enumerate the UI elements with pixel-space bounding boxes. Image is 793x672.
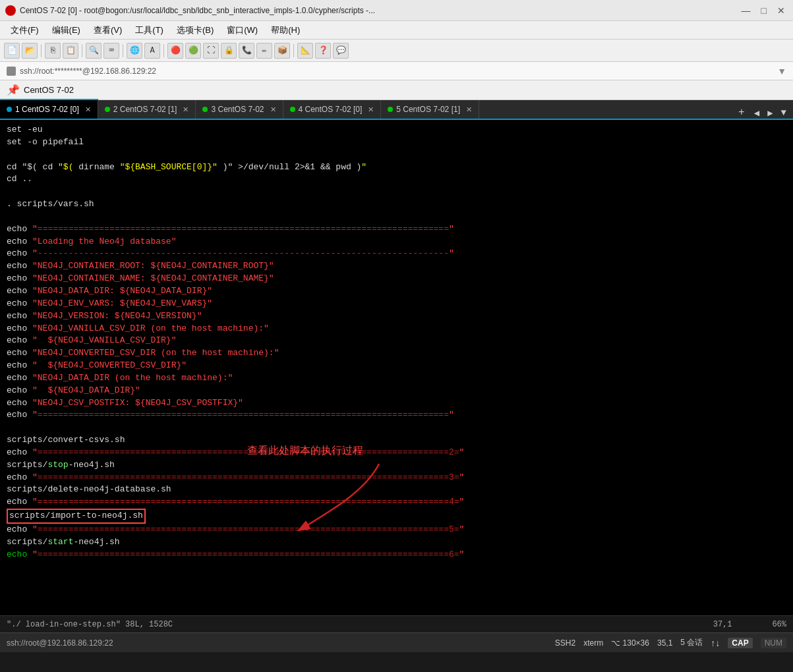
code-token: scripts/: [7, 536, 47, 549]
code-token: "NEO4J_ENV_VARS: ${NEO4J_ENV_VARS}": [32, 298, 212, 310]
menu-item-f[interactable]: 文件(F): [5, 23, 44, 38]
ssh-address-bar: ssh://root:*********@192.168.86.129:22 ▼: [0, 62, 793, 80]
terminal-dimensions: ⌥ 130×36: [611, 638, 649, 648]
code-token: ----------------------------------------…: [38, 248, 449, 260]
code-token: ": [459, 524, 465, 536]
tab-close-3[interactable]: ✕: [270, 105, 276, 114]
toolbar-s6[interactable]: ✏️: [256, 43, 272, 59]
toolbar-copy[interactable]: ⎘: [45, 43, 61, 59]
tab-nav-right[interactable]: ▶: [765, 107, 775, 119]
code-token: ========================================…: [38, 223, 449, 236]
menu-item-t[interactable]: 工具(T): [130, 23, 169, 38]
tab-label-4: 4 CentOS 7-02 [0]: [299, 105, 363, 114]
menu-item-v[interactable]: 查看(V): [88, 23, 127, 38]
toolbar-s4[interactable]: 🔒: [221, 43, 237, 59]
toolbar-cmd[interactable]: ⌨: [103, 43, 119, 59]
tab-close-5[interactable]: ✕: [466, 105, 472, 114]
tab-3[interactable]: 3 CentOS 7-02✕: [196, 100, 283, 119]
code-token: ": [32, 409, 38, 422]
code-token: echo: [7, 347, 32, 360]
menu-item-b[interactable]: 选项卡(B): [171, 23, 219, 38]
code-token: echo: [7, 397, 32, 410]
terminal-line-25: scripts/convert-csvs.sh: [7, 434, 786, 447]
code-token: ========================================…: [38, 496, 459, 509]
cap-indicator: CAP: [728, 638, 752, 648]
bottom-ssh-address: ssh://root@192.168.86.129:22: [7, 638, 113, 648]
code-token: echo: [7, 285, 32, 298]
ssh-lock-icon: [7, 67, 16, 76]
toolbar-new[interactable]: 📄: [4, 43, 20, 59]
terminal-line-5: [7, 186, 786, 198]
toolbar-paste[interactable]: 📋: [63, 43, 78, 59]
code-token: "NEO4J_CONVERTED_CSV_DIR (on the host ma…: [32, 347, 279, 360]
tab-nav-menu[interactable]: ▼: [778, 107, 789, 118]
toolbar-help[interactable]: ❓: [315, 43, 331, 59]
code-token: ": [449, 409, 454, 422]
tab-add-button[interactable]: +: [734, 107, 749, 119]
session-count: 5 会话: [680, 637, 703, 648]
toolbar-s2[interactable]: 🟢: [185, 43, 201, 59]
close-button[interactable]: ✕: [775, 5, 788, 16]
toolbar-globe[interactable]: 🌐: [127, 43, 142, 59]
tab-close-2[interactable]: ✕: [183, 105, 189, 114]
tab-2[interactable]: 2 CentOS 7-02 [1]✕: [98, 100, 196, 119]
code-token: ": [459, 447, 465, 459]
code-token: cd: [38, 161, 58, 174]
code-token: ========================================…: [38, 409, 449, 422]
toolbar-chat[interactable]: 💬: [333, 43, 349, 59]
toolbar-s5[interactable]: 📞: [239, 43, 254, 59]
terminal-line-14: echo "NEO4J_ENV_VARS: ${NEO4J_ENV_VARS}": [7, 298, 786, 310]
code-token: echo: [7, 260, 32, 273]
toolbar-open[interactable]: 📂: [22, 43, 38, 59]
toolbar-s7[interactable]: 📦: [274, 43, 290, 59]
ssh-dropdown-arrow[interactable]: ▼: [777, 66, 786, 76]
code-token: " >/dev/null 2>&1 && pwd ): [228, 161, 362, 174]
tab-1[interactable]: 1 CentOS 7-02 [0]✕: [0, 99, 98, 119]
terminal-line-26: echo "==================================…: [7, 447, 786, 459]
terminal-line-11: echo "NEO4J_CONTAINER_ROOT: ${NEO4J_CONT…: [7, 260, 786, 273]
menu-item-h[interactable]: 帮助(H): [266, 23, 305, 38]
toolbar-sep4: [163, 44, 164, 57]
menu-item-e[interactable]: 编辑(E): [47, 23, 86, 38]
highlighted-code-line: scripts/import-to-neo4j.sh: [7, 509, 146, 524]
tab-nav-left[interactable]: ◀: [751, 107, 762, 119]
code-token: set -eu: [7, 124, 43, 136]
protocol-indicator: SSH2: [555, 638, 575, 648]
code-token: echo: [7, 335, 32, 347]
code-token: ": [459, 549, 465, 561]
toolbar-s3[interactable]: ⛶: [203, 43, 219, 59]
tab-dot-5: [388, 107, 393, 112]
restore-button[interactable]: □: [759, 5, 769, 16]
cursor-pos-bottom: 35,1: [657, 638, 672, 648]
tab-4[interactable]: 4 CentOS 7-02 [0]✕: [283, 100, 382, 119]
terminal-line-28: echo "==================================…: [7, 472, 786, 484]
minimize-button[interactable]: —: [739, 5, 753, 16]
tab-label-5: 5 CentOS 7-02 [1]: [396, 105, 460, 114]
tab-close-4[interactable]: ✕: [368, 105, 374, 114]
code-token: ========================================…: [38, 447, 459, 459]
toolbar-s8[interactable]: 📐: [297, 43, 313, 59]
terminal-line-32: echo "==================================…: [7, 524, 786, 536]
tab-5[interactable]: 5 CentOS 7-02 [1]✕: [381, 100, 479, 119]
code-token: " ${NEO4J_DATA_DIR}": [32, 385, 140, 397]
tab-close-1[interactable]: ✕: [85, 105, 91, 114]
terminal-line-3: cd "$( cd "$( dirname "${BASH_SOURCE[0]}…: [7, 161, 786, 174]
toolbar-find[interactable]: 🔍: [86, 43, 102, 59]
terminal-line-15: echo "NEO4J_VERSION: ${NEO4J_VERSION}": [7, 310, 786, 323]
code-token: "NEO4J_CSV_POSTFIX: ${NEO4J_CSV_POSTFIX}…: [32, 397, 243, 410]
terminal-line-23: echo "==================================…: [7, 409, 786, 422]
terminal-line-9: echo "Loading the Neo4j database": [7, 236, 786, 248]
code-token: echo: [7, 472, 32, 484]
toolbar-font[interactable]: A: [144, 43, 160, 59]
menu-item-w[interactable]: 窗口(W): [221, 23, 263, 38]
toolbar-s1[interactable]: 🔴: [167, 43, 183, 59]
title-bar: CentOS 7-02 [0] - root@bogon:/usr/local/…: [0, 0, 793, 21]
scroll-arrows[interactable]: ↑↓: [711, 638, 720, 648]
code-token: echo: [7, 409, 32, 422]
terminal-line-13: echo "NEO4J_DATA_DIR: ${NEO4J_DATA_DIR}": [7, 285, 786, 298]
code-token: "Loading the Neo4j database": [32, 236, 176, 248]
code-token: echo: [7, 524, 32, 536]
terminal-area[interactable]: set -euset -o pipefail cd "$( cd "$( dir…: [0, 120, 793, 615]
code-token: scripts/delete-neo4j-database.sh: [7, 484, 171, 496]
code-token: ": [459, 496, 465, 509]
